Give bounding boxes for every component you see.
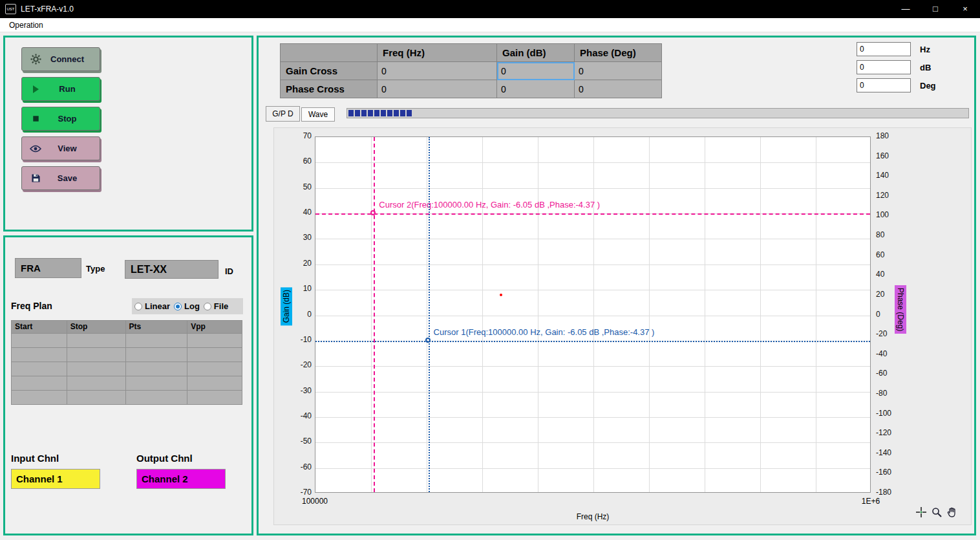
freq-plan-row — [12, 376, 242, 391]
phase-cross-freq[interactable]: 0 — [378, 80, 497, 98]
freq-plan-cell[interactable] — [187, 334, 242, 348]
save-label: Save — [47, 173, 88, 183]
freq-plan-cell[interactable] — [126, 362, 188, 376]
title-bar: UST LET-xFRA-v1.0 — □ × — [0, 0, 980, 18]
tab-wave[interactable]: Wave — [301, 107, 335, 122]
phase-tick-label: 180 — [876, 131, 904, 140]
gain-cross-phase[interactable]: 0 — [575, 62, 662, 80]
gain-delta-unit: dB — [920, 63, 931, 72]
freq-plan-cell[interactable] — [126, 376, 188, 391]
gridline-horizontal — [315, 162, 870, 163]
menu-operation[interactable]: Operation — [5, 20, 47, 30]
freq-plan-cell[interactable] — [187, 391, 242, 405]
phase-delta-input[interactable]: 0 — [857, 78, 911, 92]
phase-tick-label: 120 — [876, 191, 904, 200]
cursor-1-hline[interactable] — [315, 341, 870, 342]
save-button[interactable]: Save — [21, 166, 100, 190]
freq-plan-table[interactable]: StartStopPtsVpp — [11, 320, 242, 405]
freq-plan-header-vpp: Vpp — [187, 321, 242, 334]
radio-file[interactable] — [204, 303, 211, 310]
freq-plan-cell[interactable] — [67, 348, 126, 362]
minimize-button[interactable]: — — [891, 0, 921, 18]
freq-plan-cell[interactable] — [67, 362, 126, 376]
freq-plan-cell[interactable] — [126, 348, 188, 362]
cursor-2-hline[interactable] — [315, 213, 870, 215]
freq-plan-cell[interactable] — [12, 376, 67, 391]
phase-cross-row: Phase Cross 0 0 0 — [281, 80, 662, 98]
gain-tick-label: -10 — [283, 335, 312, 344]
gear-icon — [30, 54, 41, 65]
input-channel-selector[interactable]: Channel 1 — [11, 469, 100, 489]
control-panel: Connect Run Stop View Sa — [3, 36, 253, 232]
device-id-field[interactable]: LET-XX — [125, 260, 218, 279]
phase-cross-gain[interactable]: 0 — [497, 80, 575, 98]
crosshair-tool-icon[interactable] — [916, 507, 926, 517]
run-button[interactable]: Run — [21, 77, 100, 101]
view-label: View — [47, 144, 88, 153]
gain-cross-gain[interactable]: 0 — [497, 62, 575, 80]
radio-linear[interactable] — [134, 303, 142, 310]
freq-plan-cell[interactable] — [187, 362, 242, 376]
eye-icon — [30, 143, 41, 155]
gridline-horizontal — [315, 366, 870, 367]
gridline-horizontal — [315, 417, 870, 418]
progress-segment — [394, 110, 399, 116]
stop-button[interactable]: Stop — [21, 107, 100, 131]
freq-plan-cell[interactable] — [12, 348, 67, 362]
connect-button[interactable]: Connect — [21, 47, 100, 71]
radio-log[interactable] — [174, 303, 182, 310]
cross-table-header-row: Freq (Hz) Gain (dB) Phase (Deg) — [281, 44, 662, 62]
stop-icon — [30, 113, 41, 125]
freq-plan-cell[interactable] — [67, 334, 126, 348]
gain-tick-label: 60 — [283, 157, 312, 166]
gridline-horizontal — [315, 316, 870, 316]
zoom-tool-icon[interactable] — [932, 507, 942, 517]
maximize-button[interactable]: □ — [921, 0, 950, 18]
pan-hand-tool-icon[interactable] — [947, 507, 957, 517]
gridline-horizontal — [315, 442, 870, 443]
freq-plan-header-start: Start — [12, 321, 67, 334]
close-button[interactable]: × — [950, 0, 980, 18]
freq-plan-cell[interactable] — [67, 376, 126, 391]
gain-cross-freq[interactable]: 0 — [378, 62, 497, 80]
freq-delta-input[interactable]: 0 — [857, 42, 911, 56]
cursor-2-vline[interactable] — [374, 137, 375, 492]
phase-tick-label: -160 — [876, 468, 904, 477]
progress-segment — [381, 110, 386, 116]
freq-plan-cell[interactable] — [12, 362, 67, 376]
gain-tick-label: 70 — [283, 131, 312, 140]
plot-area[interactable]: Cursor 2(Freq:100000.00 Hz, Gain: -6.05 … — [315, 136, 871, 493]
gain-cross-row: Gain Cross 0 0 0 — [281, 62, 662, 80]
gain-cross-label: Gain Cross — [281, 62, 378, 80]
menu-bar: Operation — [0, 18, 980, 32]
device-type-field[interactable]: FRA — [15, 258, 81, 278]
tab-gpd[interactable]: G/P D — [266, 106, 300, 122]
cursor-1-marker[interactable] — [425, 338, 431, 343]
output-channel-selector[interactable]: Channel 2 — [136, 469, 226, 489]
gain-tick-label: -20 — [283, 360, 312, 369]
freq-mode-radios: Linear Log File — [132, 298, 243, 314]
freq-plan-cell[interactable] — [67, 391, 126, 405]
cross-table-header-phase: Phase (Deg) — [575, 44, 662, 62]
gain-delta-input[interactable]: 0 — [857, 60, 911, 74]
gridline-horizontal — [315, 265, 870, 265]
phase-tick-label: 160 — [876, 151, 904, 160]
gain-tick-label: -50 — [283, 437, 312, 446]
gain-tick-label: 20 — [283, 259, 312, 268]
freq-plan-cell[interactable] — [126, 334, 188, 348]
view-button[interactable]: View — [21, 136, 100, 160]
phase-cross-phase[interactable]: 0 — [575, 80, 662, 98]
input-chnl-label: Input Chnl — [11, 453, 59, 464]
cursor-1-vline[interactable] — [429, 137, 430, 492]
progress-bar — [346, 108, 969, 118]
freq-plan-cell[interactable] — [187, 376, 242, 391]
freq-plan-row — [12, 391, 242, 405]
freq-plan-cell[interactable] — [12, 334, 67, 348]
gridline-horizontal — [315, 468, 870, 469]
freq-plan-cell[interactable] — [12, 391, 67, 405]
output-chnl-label: Output Chnl — [136, 453, 193, 464]
progress-segment — [361, 110, 367, 116]
freq-plan-cell[interactable] — [126, 391, 188, 405]
progress-segment — [407, 110, 412, 116]
freq-plan-cell[interactable] — [187, 348, 242, 362]
